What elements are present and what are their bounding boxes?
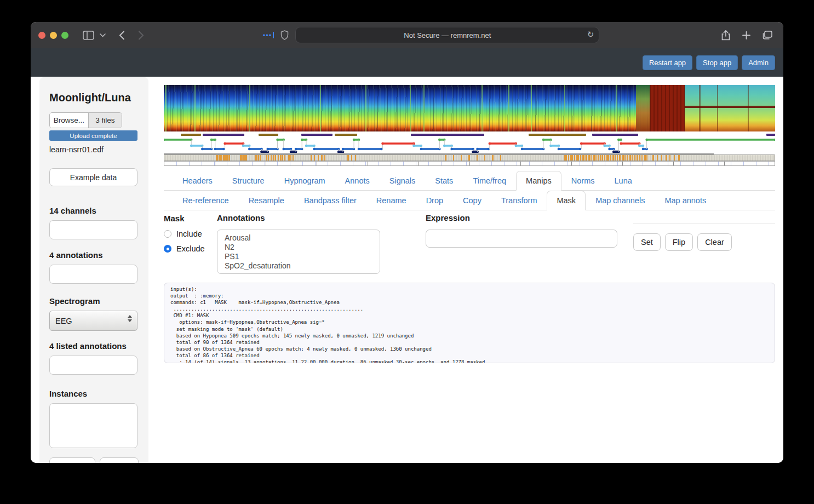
manips-subtab[interactable]: Map annots [655, 191, 716, 210]
instances-listbox[interactable] [49, 403, 137, 448]
spectrogram-streak [165, 85, 167, 131]
main-tab[interactable]: Hypnogram [274, 171, 335, 191]
forward-button-icon[interactable] [138, 31, 144, 40]
new-tab-icon[interactable] [742, 31, 750, 39]
channels-input[interactable] [49, 220, 137, 239]
mask-tick [606, 155, 608, 161]
uploaded-filename: learn-nsrr01.edf [49, 145, 139, 154]
annotation-option[interactable]: SpO2_desaturation [225, 261, 380, 271]
file-upload-control[interactable]: Browse... 3 files [49, 112, 122, 128]
address-zone: ••• Not Secure — remnrem.net ↻ [150, 27, 713, 43]
example-data-button[interactable]: Example data [49, 168, 137, 186]
hypnogram-svg [164, 138, 775, 153]
app-header-button[interactable]: Stop app [696, 55, 738, 70]
console-line: total of 86 of 1364 retained [170, 352, 775, 359]
tab-group-icon[interactable]: ••• [263, 31, 274, 39]
browse-button[interactable]: Browse... [50, 113, 88, 128]
mask-tick [604, 155, 605, 161]
sidebar-chevron-down-icon[interactable] [100, 33, 106, 37]
mask-tick [321, 155, 323, 161]
mask-tick [484, 155, 485, 161]
include-radio[interactable] [164, 230, 171, 238]
console-line: ........................................… [170, 306, 775, 312]
app-header-button[interactable]: Admin [742, 55, 775, 70]
manips-subtab[interactable]: Drop [416, 191, 453, 210]
share-icon[interactable] [721, 30, 730, 41]
annotation-option[interactable]: PS1 [225, 252, 380, 261]
exclude-radio-row[interactable]: Exclude [164, 244, 217, 253]
console-line: CMD #1: MASK [170, 312, 775, 319]
spectrogram-dark-column [717, 85, 718, 131]
zoom-window-button[interactable] [61, 32, 68, 39]
spectrogram-streak [249, 85, 250, 131]
exclude-radio[interactable] [164, 245, 171, 253]
spectrogram-image[interactable] [164, 85, 775, 131]
mask-tick [293, 155, 294, 161]
manips-subtab[interactable]: Copy [453, 191, 491, 210]
annotation-option[interactable]: Arousal [225, 233, 380, 243]
mask-tick [600, 155, 601, 161]
back-button-icon[interactable] [119, 31, 125, 40]
main-tab[interactable]: Headers [173, 171, 222, 191]
titlebar-right-icons [721, 30, 772, 41]
stage-period-bar [592, 134, 638, 136]
main-tabs: HeadersStructureHypnogramAnnotsSignalsSt… [164, 171, 775, 191]
main-tab[interactable]: Stats [425, 171, 463, 191]
app-header-button[interactable]: Restart app [643, 55, 692, 70]
reload-icon[interactable]: ↻ [587, 30, 594, 39]
mask-action-button[interactable]: Set [633, 233, 661, 251]
spectrogram-streak [365, 85, 366, 131]
manips-subtab[interactable]: Map channels [586, 191, 655, 210]
main-tab[interactable]: Norms [561, 171, 605, 191]
spectrogram-streak [423, 85, 425, 131]
stage-period-bar [529, 134, 586, 136]
close-window-button[interactable] [38, 32, 45, 39]
manips-subtab[interactable]: Transform [491, 191, 547, 210]
console-line: input(s): [170, 286, 775, 293]
annotations-multiselect[interactable]: ArousalN2PS1SpO2_desaturation [217, 230, 380, 274]
minimize-window-button[interactable] [50, 32, 57, 39]
hypnogram-track[interactable] [164, 138, 775, 153]
sidebar-toggle-icon[interactable] [83, 31, 94, 40]
manips-subtab[interactable]: Bandpass filter [294, 191, 366, 210]
manips-subtab[interactable]: Rename [366, 191, 416, 210]
mask-tick [593, 155, 595, 161]
mask-action-button[interactable]: Flip [665, 233, 693, 251]
main-tab[interactable]: Time/freq [463, 171, 516, 191]
mask-tick [617, 155, 618, 161]
re-epoch-button[interactable]: Re-epoch [49, 457, 95, 463]
mask-tick [243, 155, 244, 161]
mask-strip[interactable] [164, 154, 775, 161]
main-tab[interactable]: Annots [335, 171, 380, 191]
mask-tick [564, 155, 566, 161]
main-tab[interactable]: Structure [222, 171, 274, 191]
privacy-shield-icon[interactable] [280, 30, 289, 40]
stage-period-bar [203, 134, 244, 136]
mask-tick [477, 155, 478, 161]
time-axis-strip[interactable] [164, 161, 775, 166]
mask-tick [256, 155, 257, 161]
expression-input[interactable] [426, 230, 617, 248]
main-tab[interactable]: Signals [380, 171, 426, 191]
spectrogram-select[interactable]: EEG [49, 311, 137, 331]
main-tab[interactable]: Luna [605, 171, 642, 191]
mask-tick [288, 155, 290, 161]
listed-annotations-input[interactable] [49, 356, 137, 375]
mask-tick [666, 155, 667, 161]
address-bar[interactable]: Not Secure — remnrem.net ↻ [295, 27, 599, 43]
mask-tick [246, 155, 247, 161]
include-radio-row[interactable]: Include [164, 230, 217, 238]
sidebar: Moonlight/Luna Browse... 3 files Upload … [39, 77, 148, 463]
manips-subtab[interactable]: Resample [239, 191, 294, 210]
annotations-input[interactable] [49, 265, 137, 284]
main-tab[interactable]: Manips [516, 171, 561, 191]
manips-subtab[interactable]: Mask [547, 191, 586, 210]
refresh-button[interactable]: Refresh [100, 457, 139, 463]
annotation-option[interactable]: N2 [225, 243, 380, 252]
mask-heading: Mask [164, 214, 217, 223]
mask-action-buttons: SetFlipClear [633, 233, 775, 251]
mask-action-button[interactable]: Clear [697, 233, 732, 251]
manips-subtab[interactable]: Re-reference [173, 191, 239, 210]
tab-overview-icon[interactable] [763, 31, 772, 39]
mask-tick [268, 155, 269, 161]
